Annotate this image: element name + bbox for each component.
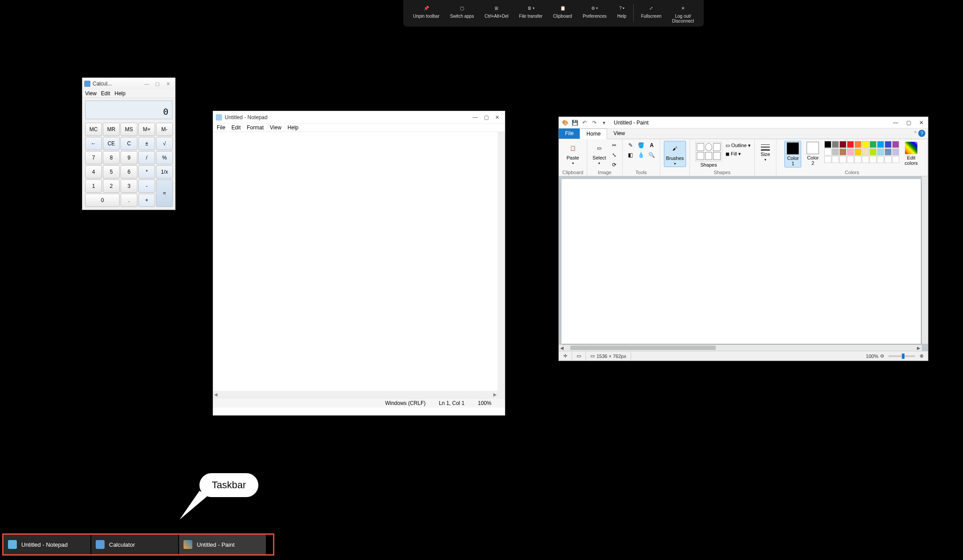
calc-ce[interactable]: CE [103, 137, 120, 150]
palette-swatch[interactable] [885, 156, 892, 163]
palette-swatch[interactable] [869, 141, 877, 148]
qat-dropdown-icon[interactable]: ▾ [600, 119, 608, 126]
palette-swatch[interactable] [877, 156, 884, 163]
redo-icon[interactable]: ↷ [591, 119, 598, 126]
palette-swatch[interactable] [885, 148, 892, 156]
palette-swatch[interactable] [862, 156, 869, 163]
calc-6[interactable]: 6 [121, 165, 137, 179]
palette-swatch[interactable] [839, 148, 846, 156]
palette-swatch[interactable] [877, 148, 884, 156]
text-tool[interactable]: A [647, 141, 656, 150]
calc-decimal[interactable]: . [121, 194, 137, 207]
vertical-scrollbar[interactable] [498, 132, 505, 398]
close-button[interactable]: ✕ [163, 81, 173, 87]
zoom-in-button[interactable]: ⊕ [920, 353, 924, 359]
palette-swatch[interactable] [854, 156, 862, 163]
save-icon[interactable]: 💾 [571, 119, 578, 126]
color2-button[interactable]: Color 2 [805, 141, 821, 167]
fill-button[interactable]: ◼ Fill ▾ [725, 151, 751, 157]
palette-swatch[interactable] [892, 141, 899, 148]
clipboard-button[interactable]: 📋 Clipboard [548, 2, 577, 20]
palette-swatch[interactable] [869, 148, 877, 156]
calc-4[interactable]: 4 [85, 165, 102, 179]
tab-view[interactable]: View [607, 128, 631, 139]
menu-help[interactable]: Help [288, 124, 299, 131]
palette-swatch[interactable] [854, 141, 862, 148]
calc-0[interactable]: 0 [85, 194, 120, 207]
calc-ms[interactable]: MS [121, 123, 137, 136]
menu-file[interactable]: File [217, 124, 225, 131]
scroll-right-icon[interactable]: ▶ [916, 346, 922, 350]
calc-c[interactable]: C [121, 137, 137, 150]
scroll-thumb[interactable] [570, 346, 716, 350]
minimize-button[interactable]: — [141, 81, 152, 86]
minimize-button[interactable]: — [893, 120, 898, 126]
unpin-toolbar-button[interactable]: 📌 Unpin toolbar [408, 2, 444, 20]
palette-swatch[interactable] [885, 141, 892, 148]
calc-3[interactable]: 3 [121, 179, 137, 193]
calc-mplus[interactable]: M+ [138, 123, 155, 136]
resize-button[interactable]: ⤡ [610, 151, 619, 159]
edit-colors-button[interactable]: Edit colors [903, 141, 919, 167]
calc-plus[interactable]: + [138, 194, 155, 207]
calc-5[interactable]: 5 [103, 165, 120, 179]
zoom-out-button[interactable]: ⊖ [880, 353, 884, 359]
calc-7[interactable]: 7 [85, 151, 102, 164]
shapes-gallery[interactable]: Shapes [694, 141, 724, 168]
tab-file[interactable]: File [559, 128, 580, 139]
palette-swatch[interactable] [869, 156, 877, 163]
calc-2[interactable]: 2 [103, 179, 120, 193]
palette-swatch[interactable] [832, 148, 839, 156]
minimize-button[interactable]: — [472, 114, 478, 121]
close-button[interactable]: ✕ [919, 120, 924, 126]
color1-button[interactable]: Color 1 [784, 141, 801, 167]
palette-swatch[interactable] [847, 141, 854, 148]
eraser-tool[interactable]: ◧ [626, 151, 635, 159]
maximize-button[interactable]: ▢ [906, 120, 911, 126]
logout-button[interactable]: ✕ Log out/ Disconnect [667, 2, 699, 25]
calc-percent[interactable]: % [156, 151, 173, 164]
rotate-button[interactable]: ⟳ [610, 160, 619, 169]
calc-mc[interactable]: MC [85, 123, 102, 136]
brushes-button[interactable]: 🖌 Brushes ▾ [664, 141, 686, 167]
magnifier-tool[interactable]: 🔍 [647, 151, 656, 159]
menu-help[interactable]: Help [114, 90, 125, 97]
menu-edit[interactable]: Edit [231, 124, 241, 131]
select-button[interactable]: ▭ Select ▾ [591, 141, 608, 166]
crop-button[interactable]: ✂ [610, 141, 619, 150]
palette-swatch[interactable] [862, 141, 869, 148]
calc-backspace[interactable]: ← [85, 137, 102, 150]
calc-8[interactable]: 8 [103, 151, 120, 164]
menu-format[interactable]: Format [247, 124, 264, 131]
calc-reciprocal[interactable]: 1/x [156, 165, 173, 179]
paint-help-icon[interactable]: ? [918, 130, 925, 137]
calc-multiply[interactable]: * [138, 165, 155, 179]
paint-canvas[interactable] [561, 179, 921, 344]
calc-9[interactable]: 9 [121, 151, 137, 164]
calc-sqrt[interactable]: √ [156, 137, 173, 150]
size-button[interactable]: Size ▾ [758, 141, 772, 163]
palette-swatch[interactable] [862, 148, 869, 156]
palette-swatch[interactable] [892, 156, 899, 163]
zoom-slider[interactable] [889, 355, 915, 357]
calc-equals[interactable]: = [156, 179, 173, 207]
taskbar-item-calculator[interactable]: Calculator [91, 535, 178, 554]
palette-swatch[interactable] [824, 148, 831, 156]
preferences-button[interactable]: ⚙▾ Preferences [577, 2, 612, 20]
pencil-tool[interactable]: ✎ [626, 141, 635, 150]
vertical-scrollbar[interactable] [922, 176, 928, 344]
palette-swatch[interactable] [824, 156, 831, 163]
fill-tool[interactable]: 🪣 [637, 141, 646, 150]
menu-edit[interactable]: Edit [101, 90, 110, 97]
close-button[interactable]: ✕ [495, 114, 499, 121]
paste-button[interactable]: 📋 Paste ▾ [565, 141, 581, 166]
palette-swatch[interactable] [824, 141, 831, 148]
tab-home[interactable]: Home [580, 128, 607, 139]
calc-mr[interactable]: MR [103, 123, 120, 136]
switch-apps-button[interactable]: ▢ Switch apps [444, 2, 479, 20]
file-transfer-button[interactable]: 🗎▾ File transfer [514, 2, 548, 20]
menu-view[interactable]: View [270, 124, 281, 131]
maximize-button[interactable]: ▢ [484, 114, 489, 121]
undo-icon[interactable]: ↶ [581, 119, 588, 126]
notepad-titlebar[interactable]: Untitled - Notepad — ▢ ✕ [213, 111, 505, 124]
